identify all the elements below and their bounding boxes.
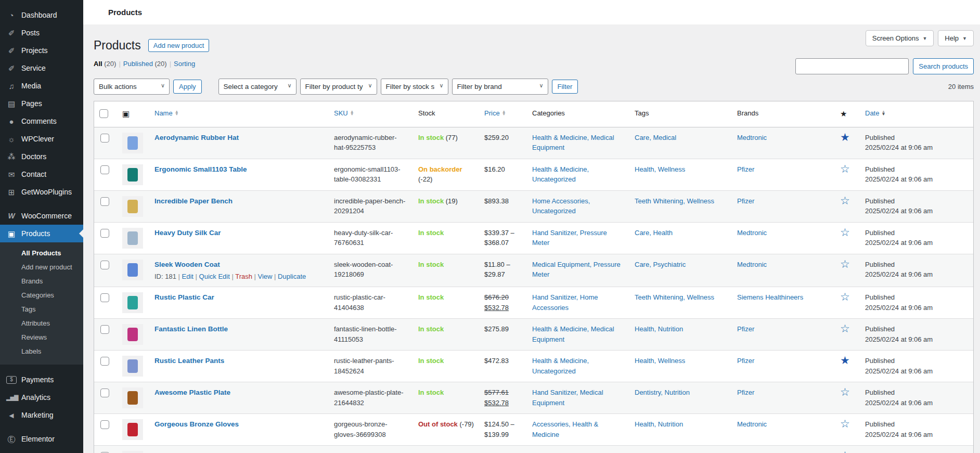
- featured-star-filled-icon[interactable]: ★: [840, 355, 850, 366]
- product-name-link[interactable]: Incredible Paper Bench: [154, 197, 233, 205]
- sort-by-date-header[interactable]: Date ▲▼: [865, 108, 885, 119]
- featured-star-outline-icon[interactable]: ☆: [840, 291, 850, 302]
- product-thumbnail[interactable]: [122, 324, 143, 345]
- sidebar-item-comments[interactable]: ●Comments: [0, 112, 83, 130]
- product-tags-links[interactable]: Health, Wellness: [635, 357, 685, 365]
- submenu-item-reviews[interactable]: Reviews: [0, 330, 83, 344]
- product-categories-links[interactable]: Hand Sanitizer, Medical Equipment: [532, 389, 603, 407]
- row-checkbox[interactable]: [100, 325, 109, 334]
- row-checkbox[interactable]: [100, 165, 109, 174]
- product-thumbnail[interactable]: [122, 356, 143, 377]
- product-brand-link[interactable]: Medtronic: [737, 229, 767, 237]
- featured-star-outline-icon[interactable]: ☆: [840, 258, 850, 269]
- product-tags-links[interactable]: Care, Health: [635, 229, 673, 237]
- product-brand-link[interactable]: Pfizer: [737, 389, 754, 396]
- product-tags-links[interactable]: Teeth Whitening, Wellness: [635, 293, 714, 301]
- product-brand-link[interactable]: Siemens Healthineers: [737, 293, 803, 301]
- product-name-link[interactable]: Awesome Plastic Plate: [154, 389, 230, 396]
- row-checkbox[interactable]: [100, 134, 109, 143]
- submenu-item-tags[interactable]: Tags: [0, 302, 83, 316]
- product-categories-links[interactable]: Health & Medicine, Medical Equipment: [532, 325, 614, 343]
- product-categories-links[interactable]: Health & Medicine, Medical Equipment: [532, 134, 614, 152]
- sidebar-item-analytics[interactable]: ▂▅▇Analytics: [0, 389, 83, 406]
- sidebar-item-marketing[interactable]: ◄Marketing: [0, 406, 83, 424]
- product-name-link[interactable]: Sleek Wooden Coat: [154, 261, 220, 268]
- product-name-link[interactable]: Heavy Duty Silk Car: [154, 229, 221, 237]
- product-thumbnail[interactable]: [122, 292, 143, 313]
- product-brand-link[interactable]: Pfizer: [737, 197, 754, 205]
- sidebar-item-pages[interactable]: ▤Pages: [0, 95, 83, 112]
- view-published[interactable]: Published: [123, 60, 153, 68]
- product-tags-links[interactable]: Care, Psychiatric: [635, 261, 686, 268]
- sidebar-item-posts[interactable]: ✐Posts: [0, 24, 83, 42]
- featured-star-outline-icon[interactable]: ☆: [840, 450, 850, 453]
- product-thumbnail[interactable]: [122, 419, 143, 440]
- product-thumbnail[interactable]: [122, 260, 143, 280]
- product-tags-links[interactable]: Teeth Whitening, Wellness: [635, 197, 714, 205]
- sort-by-price-header[interactable]: Price ▲▼: [484, 108, 506, 119]
- product-brand-link[interactable]: Medtronic: [737, 261, 767, 268]
- sidebar-item-projects[interactable]: ✐Projects: [0, 42, 83, 59]
- product-brand-link[interactable]: Pfizer: [737, 325, 754, 333]
- bulk-actions-select[interactable]: Bulk actions: [94, 79, 170, 95]
- featured-star-outline-icon[interactable]: ☆: [840, 418, 850, 429]
- submenu-item-labels[interactable]: Labels: [0, 344, 83, 358]
- select-all-checkbox[interactable]: [99, 109, 108, 118]
- row-checkbox[interactable]: [100, 261, 109, 269]
- product-categories-links[interactable]: Hand Sanitizer, Home Accessories: [532, 293, 598, 312]
- product-tags-links[interactable]: Care, Medical: [635, 134, 676, 141]
- sidebar-item-payments[interactable]: $Payments: [0, 371, 83, 389]
- row-action-edit[interactable]: Edit: [182, 273, 194, 280]
- help-button[interactable]: Help ▼: [938, 30, 974, 46]
- sidebar-item-wpclever[interactable]: ☼WPClever: [0, 130, 83, 148]
- submenu-item-all-products[interactable]: All Products: [0, 246, 83, 260]
- sidebar-item-products[interactable]: ▣Products: [0, 225, 83, 242]
- filter-button[interactable]: Filter: [552, 80, 578, 94]
- product-name-link[interactable]: Rustic Leather Pants: [154, 357, 224, 365]
- product-thumbnail[interactable]: [122, 133, 143, 153]
- product-name-link[interactable]: Aerodynamic Rubber Hat: [154, 134, 239, 141]
- product-tags-links[interactable]: Health, Nutrition: [635, 325, 683, 333]
- product-categories-links[interactable]: Health & Medicine, Uncategorized: [532, 357, 589, 375]
- sidebar-item-getwooplugins[interactable]: ⊞GetWooPlugins: [0, 183, 83, 201]
- row-action-quick-edit[interactable]: Quick Edit: [199, 273, 230, 280]
- product-brand-link[interactable]: Medtronic: [737, 420, 767, 428]
- product-thumbnail[interactable]: [122, 228, 143, 249]
- featured-star-outline-icon[interactable]: ☆: [840, 227, 850, 238]
- brand-filter-select[interactable]: Filter by brand: [452, 79, 548, 95]
- row-checkbox[interactable]: [100, 389, 109, 397]
- product-thumbnail[interactable]: [122, 387, 143, 408]
- product-categories-links[interactable]: Medical Equipment, Pressure Meter: [532, 261, 621, 279]
- apply-button[interactable]: Apply: [173, 80, 202, 94]
- product-tags-links[interactable]: Health, Wellness: [635, 165, 685, 173]
- row-checkbox[interactable]: [100, 357, 109, 366]
- featured-star-outline-icon[interactable]: ☆: [840, 163, 850, 174]
- submenu-item-attributes[interactable]: Attributes: [0, 316, 83, 330]
- submenu-item-add-new-product[interactable]: Add new product: [0, 260, 83, 274]
- view-all[interactable]: All: [94, 60, 102, 68]
- product-categories-links[interactable]: Health & Medicine, Uncategorized: [532, 165, 589, 184]
- product-name-link[interactable]: Rustic Plastic Car: [154, 293, 214, 301]
- sidebar-item-doctors[interactable]: ⁂Doctors: [0, 148, 83, 165]
- sidebar-item-contact[interactable]: ✉Contact: [0, 165, 83, 183]
- product-thumbnail[interactable]: [122, 451, 143, 453]
- product-brand-link[interactable]: Pfizer: [737, 165, 754, 173]
- row-checkbox[interactable]: [100, 229, 109, 238]
- product-name-link[interactable]: Ergonomic Small1103 Table: [154, 165, 247, 173]
- sidebar-item-dashboard[interactable]: ◔Dashboard: [0, 6, 83, 24]
- submenu-item-categories[interactable]: Categories: [0, 288, 83, 302]
- screen-options-button[interactable]: Screen Options ▼: [866, 30, 934, 46]
- sort-by-sku-header[interactable]: SKU ▲▼: [334, 108, 354, 119]
- featured-star-outline-icon[interactable]: ☆: [840, 323, 850, 334]
- row-action-trash[interactable]: Trash: [235, 273, 252, 280]
- row-action-view[interactable]: View: [258, 273, 273, 280]
- search-products-input[interactable]: [795, 58, 909, 74]
- featured-star-outline-icon[interactable]: ☆: [840, 195, 850, 206]
- submenu-item-brands[interactable]: Brands: [0, 274, 83, 288]
- add-new-product-button[interactable]: Add new product: [148, 39, 210, 52]
- product-name-link[interactable]: Fantastic Linen Bottle: [154, 325, 228, 333]
- product-thumbnail[interactable]: [122, 196, 143, 217]
- featured-star-outline-icon[interactable]: ☆: [840, 386, 850, 397]
- product-brand-link[interactable]: Pfizer: [737, 357, 754, 365]
- product-type-filter-select[interactable]: Filter by product type: [300, 79, 377, 95]
